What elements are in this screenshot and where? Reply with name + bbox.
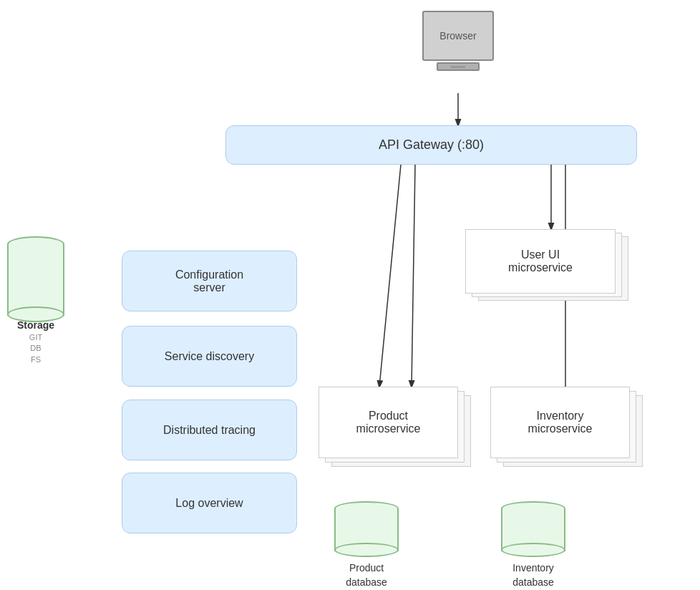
inventory-db-container: Inventorydatabase xyxy=(501,501,565,589)
product-db-label: Productdatabase xyxy=(334,561,399,589)
svg-line-2 xyxy=(379,165,401,387)
user-ui-front: User UImicroservice xyxy=(465,229,616,294)
svg-line-3 xyxy=(412,165,415,387)
inventory-group: Inventorymicroservice xyxy=(490,387,644,469)
distributed-tracing-box: Distributed tracing xyxy=(122,400,297,460)
api-gateway-label: API Gateway (:80) xyxy=(379,137,484,153)
inventory-front: Inventorymicroservice xyxy=(490,387,630,458)
product-db-bottom xyxy=(334,543,399,557)
service-discovery-box: Service discovery xyxy=(122,326,297,387)
config-server-box: Configurationserver xyxy=(122,251,297,311)
cylinder-body xyxy=(7,244,64,316)
inventory-label: Inventorymicroservice xyxy=(528,410,593,435)
browser-icon: Browser xyxy=(422,11,494,71)
product-db-body xyxy=(334,508,399,551)
storage-fs: FS xyxy=(7,354,64,365)
storage-container: Storage GIT DB FS xyxy=(7,236,64,365)
api-gateway-box: API Gateway (:80) xyxy=(225,125,637,165)
inventory-db-body xyxy=(501,508,565,551)
distributed-tracing-label: Distributed tracing xyxy=(163,424,256,437)
log-overview-label: Log overview xyxy=(175,497,243,510)
service-discovery-label: Service discovery xyxy=(165,350,254,363)
product-db-container: Productdatabase xyxy=(334,501,399,589)
storage-git: GIT xyxy=(7,332,64,343)
config-server-label: Configurationserver xyxy=(175,269,243,294)
user-ui-label: User UImicroservice xyxy=(508,248,573,274)
diagram-area: Browser API Gateway (:80) Storage GIT DB… xyxy=(0,0,700,590)
product-label: Productmicroservice xyxy=(356,410,421,435)
product-group: Productmicroservice xyxy=(319,387,472,469)
product-front: Productmicroservice xyxy=(319,387,458,458)
storage-db: DB xyxy=(7,343,64,354)
user-ui-group: User UImicroservice xyxy=(465,229,630,304)
inventory-db-bottom xyxy=(501,543,565,557)
storage-sublabels: GIT DB FS xyxy=(7,332,64,365)
cylinder-bottom xyxy=(7,306,64,322)
storage-cylinder xyxy=(7,236,64,316)
browser-base xyxy=(451,66,465,68)
browser-stand xyxy=(437,62,480,71)
log-overview-box: Log overview xyxy=(122,473,297,533)
inventory-db-label: Inventorydatabase xyxy=(501,561,565,589)
browser-label: Browser xyxy=(439,30,476,42)
browser-screen: Browser xyxy=(422,11,494,61)
